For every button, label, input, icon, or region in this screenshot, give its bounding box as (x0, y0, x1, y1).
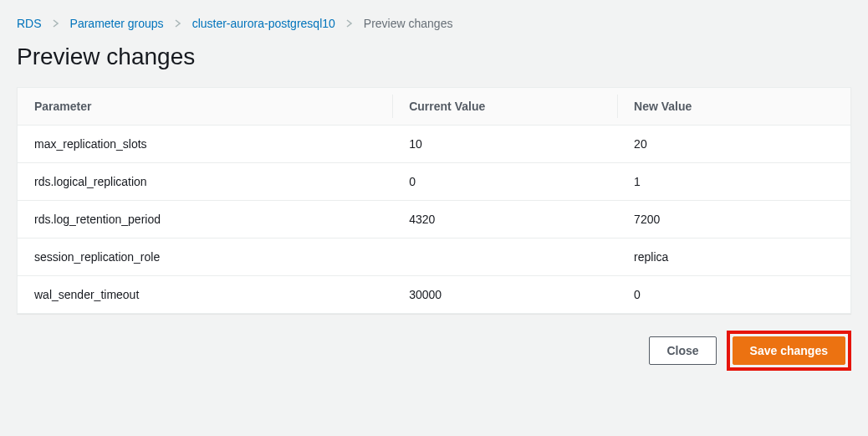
page-title: Preview changes (17, 44, 851, 70)
table-row: rds.logical_replication 0 1 (18, 163, 850, 201)
cell-current-value: 10 (392, 126, 617, 163)
close-button[interactable]: Close (649, 336, 716, 365)
cell-new-value: 0 (617, 276, 850, 314)
cell-current-value: 0 (392, 163, 617, 201)
breadcrumb-rds[interactable]: RDS (17, 17, 42, 30)
cell-parameter: session_replication_role (18, 239, 392, 276)
header-parameter: Parameter (18, 88, 392, 126)
table-row: session_replication_role replica (18, 239, 850, 276)
cell-current-value: 30000 (392, 276, 617, 314)
breadcrumb-current: Preview changes (364, 17, 453, 30)
breadcrumbs: RDS Parameter groups cluster-aurora-post… (17, 17, 851, 30)
cell-parameter: wal_sender_timeout (18, 276, 392, 314)
chevron-right-icon (174, 19, 182, 28)
cell-current-value (392, 239, 617, 276)
cell-new-value: replica (617, 239, 850, 276)
cell-parameter: rds.logical_replication (18, 163, 392, 201)
chevron-right-icon (52, 19, 60, 28)
changes-panel: Parameter Current Value New Value max_re… (17, 87, 851, 314)
action-bar: Close Save changes (17, 331, 851, 371)
breadcrumb-group-name[interactable]: cluster-aurora-postgresql10 (192, 17, 335, 30)
cell-parameter: rds.log_retention_period (18, 201, 392, 239)
breadcrumb-parameter-groups[interactable]: Parameter groups (70, 17, 164, 30)
cell-new-value: 20 (617, 126, 850, 163)
cell-parameter: max_replication_slots (18, 126, 392, 163)
cell-new-value: 7200 (617, 201, 850, 239)
cell-current-value: 4320 (392, 201, 617, 239)
header-new-value: New Value (617, 88, 850, 126)
save-changes-button[interactable]: Save changes (733, 336, 845, 365)
changes-table: Parameter Current Value New Value max_re… (18, 88, 850, 313)
header-current-value: Current Value (392, 88, 617, 126)
cell-new-value: 1 (617, 163, 850, 201)
highlight-annotation: Save changes (727, 331, 851, 371)
table-row: wal_sender_timeout 30000 0 (18, 276, 850, 314)
table-row: max_replication_slots 10 20 (18, 126, 850, 163)
table-row: rds.log_retention_period 4320 7200 (18, 201, 850, 239)
chevron-right-icon (345, 19, 354, 28)
